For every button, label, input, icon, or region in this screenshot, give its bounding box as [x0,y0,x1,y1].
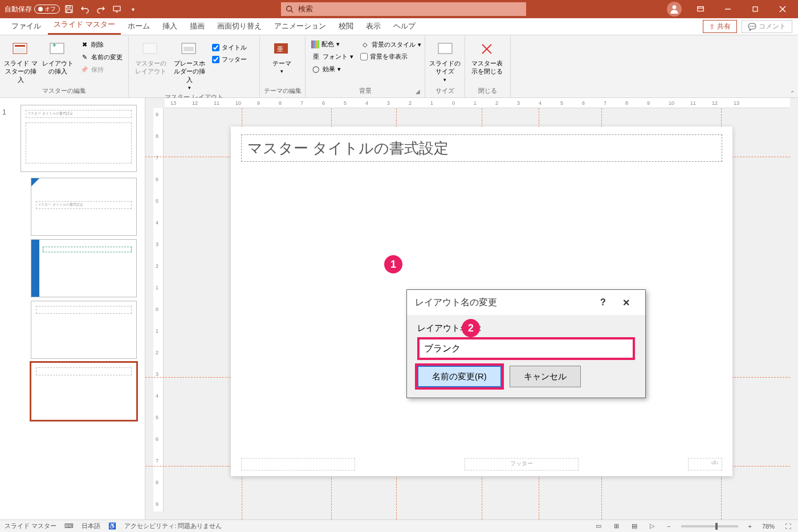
layout-name-input[interactable] [417,337,635,360]
rename-icon: ✎ [80,52,89,62]
autosave-toggle[interactable]: オフ [34,5,60,14]
slide-master-thumbnail[interactable]: マスター タイトルの書式設定 [21,105,137,172]
tab-transitions[interactable]: 画面切り替え [211,18,267,35]
master-layout-icon [141,40,160,58]
date-placeholder[interactable] [241,458,355,470]
dialog-help-button[interactable]: ? [592,290,614,315]
group-title-theme-edit: テーマの編集 [263,85,302,97]
reading-view-icon[interactable]: ▤ [629,522,640,530]
zoom-percent[interactable]: 78% [762,523,775,530]
layout-thumbnail-3[interactable] [31,301,137,359]
zoom-slider[interactable] [681,525,738,527]
themes-button[interactable]: 亜 テーマ▾ [263,38,300,75]
search-box[interactable]: 検索 [281,2,526,16]
hide-background-checkbox[interactable]: 背景を非表示 [358,51,424,62]
svg-rect-18 [143,43,157,54]
slide-number-placeholder[interactable]: ‹#› [688,458,722,470]
ribbon-display-options-icon[interactable] [687,0,714,18]
status-language[interactable]: 日本語 [82,522,100,530]
insert-slide-master-button[interactable]: スライド マスターの挿入 [3,38,38,84]
preserve-button[interactable]: 📌保持 [78,64,125,75]
zoom-out-button[interactable]: − [665,523,673,530]
footer-placeholder-row: フッター ‹#› [241,458,722,470]
group-title-size: サイズ [429,85,461,97]
qat-customize-icon[interactable]: ▾ [126,2,140,16]
slideshow-view-icon[interactable]: ▷ [648,522,657,530]
tab-home[interactable]: ホーム [122,18,156,35]
slideshow-from-start-icon[interactable] [110,2,124,16]
spellcheck-icon[interactable]: ⌨ [64,522,74,530]
dialog-launcher-icon[interactable]: ◢ [416,88,422,95]
delete-layout-button[interactable]: ✖削除 [78,39,125,50]
themes-icon: 亜 [272,40,291,58]
master-layout-button: マスターのレイアウト [132,38,169,76]
autosave-label: 自動保存 [5,5,32,14]
footer-checkbox[interactable]: フッター [210,54,249,65]
close-button[interactable] [769,0,796,18]
fit-to-window-icon[interactable]: ⛶ [783,523,793,530]
tab-draw[interactable]: 描画 [184,18,210,35]
title-placeholder[interactable]: マスター タイトルの書式設定 [241,134,722,162]
minimize-button[interactable] [715,0,741,18]
tab-animations[interactable]: アニメーション [268,18,332,35]
redo-icon[interactable] [94,2,108,16]
zoom-in-button[interactable]: + [746,523,754,530]
tab-review[interactable]: 校閲 [333,18,359,35]
vertical-ruler[interactable]: 9876543210123456789 [153,108,164,511]
save-icon[interactable] [62,2,76,16]
horizontal-ruler[interactable]: 13121110987654321012345678910111213 [165,98,790,108]
svg-text:亜: 亜 [277,46,283,52]
group-title-close: 閉じる [469,85,507,97]
footer-placeholder[interactable]: フッター [465,458,579,470]
tab-slide-master[interactable]: スライド マスター [48,16,121,35]
status-view-label: スライド マスター [5,522,56,530]
thumbnail-pane[interactable]: 1 マスター タイトルの書式設定 マスター タイトルの書式設定 [0,98,145,519]
status-accessibility[interactable]: アクセシビリティ: 問題ありません [124,522,222,530]
bgstyle-icon: ◇ [360,40,369,49]
tab-file[interactable]: ファイル [6,18,47,35]
share-button[interactable]: ⇧共有 [703,20,737,33]
account-avatar[interactable] [667,2,682,17]
tab-insert[interactable]: 挿入 [157,18,183,35]
dialog-title: レイアウト名の変更 [415,297,497,309]
sorter-view-icon[interactable]: ⊞ [612,522,621,530]
slide-size-icon [436,40,454,58]
colors-button[interactable]: 配色 ▾ [309,39,356,50]
dialog-close-button[interactable]: ✕ [614,290,637,315]
cancel-button[interactable]: キャンセル [510,366,581,387]
svg-line-5 [291,11,293,13]
callout-2: 2 [462,319,480,337]
ribbon: スライド マスターの挿入 ✚ レイアウトの挿入 ✖削除 ✎名前の変更 📌保持 マ… [0,35,798,98]
normal-view-icon[interactable]: ▭ [593,522,604,530]
colors-icon [311,40,319,48]
insert-layout-button[interactable]: ✚ レイアウトの挿入 [40,38,75,76]
svg-point-4 [286,6,291,11]
close-master-view-button[interactable]: マスター表示を閉じる [469,38,505,76]
search-icon [286,5,294,13]
layout-name-label: レイアウト名(L): [417,323,635,334]
insert-placeholder-button[interactable]: プレースホルダーの挿入▾ [171,38,207,92]
slide-master-icon [12,40,30,58]
collapse-ribbon-icon[interactable]: ⌃ [790,90,795,96]
search-placeholder: 検索 [298,4,313,14]
rename-layout-dialog: レイアウト名の変更 ? ✕ レイアウト名(L): 名前の変更(R) キャンセル [406,289,646,398]
fonts-button[interactable]: 亜フォント ▾ [309,51,356,62]
svg-rect-20 [184,47,194,51]
background-styles-button[interactable]: ◇背景のスタイル ▾ [358,39,424,50]
status-bar: スライド マスター ⌨ 日本語 ♿ アクセシビリティ: 問題ありません ▭ ⊞ … [0,519,798,532]
layout-thumbnail-2[interactable] [31,239,137,297]
tab-help[interactable]: ヘルプ [388,18,421,35]
layout-thumbnail-1[interactable]: マスター タイトルの書式設定 [31,178,137,236]
layout-thumbnail-4-selected[interactable] [31,362,137,420]
rename-confirm-button[interactable]: 名前の変更(R) [417,366,502,387]
tab-view[interactable]: 表示 [360,18,386,35]
effects-button[interactable]: ◯効果 ▾ [309,63,356,75]
comments-button[interactable]: 💬コメント [742,20,792,33]
pin-icon: 📌 [80,65,89,74]
title-checkbox[interactable]: タイトル [210,42,249,53]
slide-size-button[interactable]: スライドのサイズ▾ [429,38,461,83]
restore-button[interactable] [742,0,768,18]
rename-layout-button[interactable]: ✎名前の変更 [78,51,125,63]
undo-icon[interactable] [78,2,92,16]
effects-icon: ◯ [311,64,320,73]
